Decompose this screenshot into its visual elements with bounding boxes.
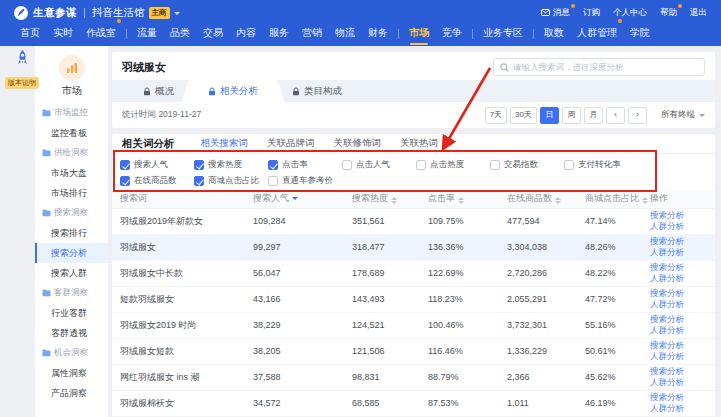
subtab[interactable]: 关联热词 — [400, 137, 438, 150]
metric-checkbox[interactable]: 搜索人气 — [120, 159, 194, 171]
nav-item[interactable] — [533, 29, 534, 39]
sidebar-item[interactable]: 搜索洞察 — [35, 203, 108, 223]
metric-checkbox[interactable]: 在线商品数 — [120, 175, 194, 187]
metric-checkbox[interactable]: 交易指数 — [490, 159, 564, 171]
date-range-button[interactable]: 日 — [540, 107, 559, 124]
action-search-analysis[interactable]: 搜索分析 — [650, 210, 707, 221]
column-header[interactable]: 搜索词 — [112, 190, 245, 208]
metric-checkbox[interactable]: 支付转化率 — [564, 159, 638, 171]
action-crowd-analysis[interactable]: 人群分析 — [650, 403, 707, 414]
nav-item[interactable]: 流量 — [137, 22, 157, 46]
metric-checkbox[interactable]: 点击率 — [268, 159, 342, 171]
action-crowd-analysis[interactable]: 人群分析 — [650, 273, 707, 284]
action-crowd-analysis[interactable]: 人群分析 — [650, 247, 707, 258]
sidebar-item[interactable]: 监控看板 — [35, 123, 108, 143]
action-search-analysis[interactable]: 搜索分析 — [650, 314, 707, 325]
nav-item[interactable]: 营销 — [302, 22, 322, 46]
action-search-analysis[interactable]: 搜索分析 — [650, 366, 707, 377]
nav-item[interactable]: 取数 — [544, 22, 564, 46]
sidebar-item[interactable]: 搜索排行 — [35, 223, 108, 243]
sidebar-item[interactable]: 行业客群 — [35, 303, 108, 323]
nav-item-label: 业务专区 — [483, 27, 523, 38]
sidebar-item[interactable]: 机会洞察 — [35, 343, 108, 363]
sidebar-item[interactable]: 客群洞察 — [35, 283, 108, 303]
column-header[interactable]: 搜索人气 — [245, 190, 344, 208]
nav-item[interactable] — [398, 29, 399, 39]
version-badge[interactable]: 版本说明 — [5, 77, 39, 89]
sidebar-item[interactable]: 市场监控 — [35, 103, 108, 123]
column-header[interactable]: 点击率 — [420, 190, 499, 208]
nav-item[interactable]: 业务专区 — [483, 22, 523, 46]
nav-item[interactable] — [126, 29, 127, 39]
action-crowd-analysis[interactable]: 人群分析 — [650, 299, 707, 310]
sidebar-item[interactable]: 属性洞察 — [35, 363, 108, 383]
metric-checkbox[interactable]: 点击人气 — [342, 159, 416, 171]
sidebar-item[interactable]: 市场排行 — [35, 183, 108, 203]
user-link[interactable]: 订购 — [583, 7, 600, 19]
user-link[interactable]: 消息 — [541, 7, 570, 19]
metric-checkbox[interactable]: 点击热度 — [416, 159, 490, 171]
chevron-down-icon[interactable] — [174, 12, 180, 18]
subtab[interactable]: 关联修饰词 — [334, 137, 382, 150]
sidebar-item[interactable]: 搜索人群 — [35, 263, 108, 283]
action-crowd-analysis[interactable]: 人群分析 — [650, 221, 707, 232]
keyword-search-box[interactable] — [493, 58, 705, 76]
nav-item[interactable]: 服务 — [269, 22, 289, 46]
column-header[interactable]: 商城点击占比 — [577, 190, 642, 208]
action-search-analysis[interactable]: 搜索分析 — [650, 236, 707, 247]
nav-item[interactable]: 实时 — [53, 22, 73, 46]
column-header[interactable]: 在线商品数 — [499, 190, 577, 208]
nav-item[interactable]: 人群管理 — [577, 22, 617, 46]
tab[interactable]: 相关分析 — [191, 80, 275, 102]
nav-item[interactable]: 品类 — [170, 22, 190, 46]
subtab[interactable]: 关联品牌词 — [267, 137, 315, 150]
user-link[interactable]: 个人中心 — [613, 7, 647, 19]
action-search-analysis[interactable]: 搜索分析 — [650, 392, 707, 403]
sidebar-item[interactable]: 产品洞察 — [35, 383, 108, 403]
nav-item[interactable] — [472, 29, 473, 39]
sidebar-item[interactable]: 供给洞察 — [35, 143, 108, 163]
action-crowd-analysis[interactable]: 人群分析 — [650, 377, 707, 388]
sidebar-item-label: 市场大盘 — [51, 167, 87, 180]
action-crowd-analysis[interactable]: 人群分析 — [650, 325, 707, 336]
metric-label: 点击率 — [282, 159, 308, 171]
nav-item[interactable]: 财务 — [368, 22, 388, 46]
sidebar-item[interactable]: 搜索分析 — [35, 243, 108, 263]
sidebar-item[interactable]: 市场大盘 — [35, 163, 108, 183]
column-header[interactable]: 搜索热度 — [344, 190, 420, 208]
nav-item[interactable]: 首页 — [20, 22, 40, 46]
metric-checkbox[interactable]: 直通车参考价 — [268, 175, 342, 187]
rocket-icon[interactable] — [14, 49, 31, 67]
tab[interactable]: 类目构成 — [275, 80, 359, 102]
action-crowd-analysis[interactable]: 人群分析 — [650, 351, 707, 362]
date-range-button[interactable]: 周 — [562, 107, 581, 124]
metric-checkbox[interactable]: 商城点击占比 — [194, 175, 268, 187]
metric-checkbox[interactable]: 搜索热度 — [194, 159, 268, 171]
checkbox — [194, 160, 204, 170]
date-range-button[interactable]: › — [628, 107, 647, 124]
sidebar-item[interactable]: 客群透视 — [35, 323, 108, 343]
date-range-button[interactable]: 30天 — [510, 107, 537, 124]
date-range-button[interactable]: 7天 — [485, 107, 507, 124]
date-range-button[interactable]: 月 — [584, 107, 603, 124]
date-range-button[interactable]: ‹ — [606, 107, 625, 124]
column-header[interactable]: 操作 — [642, 190, 715, 208]
tab-label: 概况 — [155, 85, 174, 98]
cell-online-products: 477,594 — [499, 208, 577, 234]
action-search-analysis[interactable]: 搜索分析 — [650, 288, 707, 299]
nav-item[interactable]: 内容 — [236, 22, 256, 46]
search-input[interactable] — [513, 62, 698, 72]
nav-item[interactable]: 竞争 — [442, 22, 462, 46]
action-search-analysis[interactable]: 搜索分析 — [650, 262, 707, 273]
user-link[interactable]: 退出 — [690, 7, 707, 19]
terminal-filter[interactable]: 所有终端 — [661, 109, 705, 121]
nav-item[interactable]: 市场 — [409, 22, 429, 46]
nav-item[interactable]: 物流 — [335, 22, 355, 46]
action-search-analysis[interactable]: 搜索分析 — [650, 340, 707, 351]
user-link[interactable]: 帮助 — [660, 7, 677, 19]
nav-item[interactable]: 交易 — [203, 22, 223, 46]
subtab[interactable]: 相关搜索词 — [201, 137, 249, 150]
nav-item[interactable]: 作战室 — [86, 22, 116, 46]
nav-item[interactable]: 学院 — [630, 22, 650, 46]
cell-click-rate: 88.79% — [420, 364, 499, 390]
